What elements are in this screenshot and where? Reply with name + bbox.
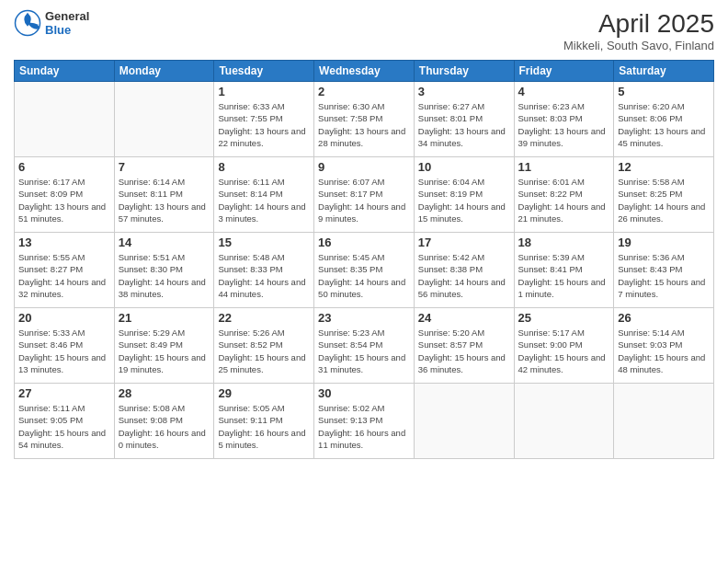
- day-number: 12: [618, 160, 710, 174]
- calendar-cell: 28Sunrise: 5:08 AM Sunset: 9:08 PM Dayli…: [114, 384, 214, 459]
- calendar-cell: [114, 82, 214, 157]
- day-number: 3: [418, 85, 510, 98]
- day-number: 15: [218, 236, 310, 249]
- location: Mikkeli, South Savo, Finland: [563, 39, 714, 52]
- day-info: Sunrise: 5:11 AM Sunset: 9:05 PM Dayligh…: [18, 402, 110, 451]
- day-info: Sunrise: 6:17 AM Sunset: 8:09 PM Dayligh…: [18, 176, 110, 224]
- calendar-cell: 19Sunrise: 5:36 AM Sunset: 8:43 PM Dayli…: [614, 233, 714, 308]
- calendar-cell: 23Sunrise: 5:23 AM Sunset: 8:54 PM Dayli…: [314, 308, 415, 384]
- day-info: Sunrise: 5:08 AM Sunset: 9:08 PM Dayligh…: [119, 402, 210, 451]
- day-header-thursday: Thursday: [414, 61, 514, 82]
- logo: General Blue: [14, 9, 89, 37]
- calendar-table: SundayMondayTuesdayWednesdayThursdayFrid…: [14, 60, 714, 459]
- day-number: 27: [18, 386, 110, 400]
- day-info: Sunrise: 5:02 AM Sunset: 9:13 PM Dayligh…: [318, 402, 410, 451]
- calendar-cell: 6Sunrise: 6:17 AM Sunset: 8:09 PM Daylig…: [15, 157, 115, 233]
- calendar-header-row: SundayMondayTuesdayWednesdayThursdayFrid…: [15, 61, 714, 82]
- day-number: 26: [618, 311, 710, 325]
- day-info: Sunrise: 5:39 AM Sunset: 8:41 PM Dayligh…: [518, 251, 610, 300]
- calendar-cell: 24Sunrise: 5:20 AM Sunset: 8:57 PM Dayli…: [414, 308, 514, 384]
- day-header-wednesday: Wednesday: [314, 61, 415, 82]
- calendar-cell: 8Sunrise: 6:11 AM Sunset: 8:14 PM Daylig…: [214, 157, 314, 233]
- day-number: 8: [218, 160, 310, 174]
- day-number: 9: [318, 160, 410, 174]
- calendar-week-4: 20Sunrise: 5:33 AM Sunset: 8:46 PM Dayli…: [15, 308, 714, 384]
- calendar-cell: 16Sunrise: 5:45 AM Sunset: 8:35 PM Dayli…: [314, 233, 415, 308]
- day-info: Sunrise: 5:45 AM Sunset: 8:35 PM Dayligh…: [318, 251, 410, 300]
- day-header-monday: Monday: [114, 61, 214, 82]
- calendar-week-2: 6Sunrise: 6:17 AM Sunset: 8:09 PM Daylig…: [15, 157, 714, 233]
- day-number: 7: [119, 160, 210, 174]
- calendar-cell: [614, 384, 714, 459]
- day-info: Sunrise: 6:14 AM Sunset: 8:11 PM Dayligh…: [119, 176, 210, 224]
- day-number: 30: [318, 386, 410, 400]
- logo-general: General: [45, 9, 89, 23]
- calendar-cell: 9Sunrise: 6:07 AM Sunset: 8:17 PM Daylig…: [314, 157, 415, 233]
- day-number: 16: [318, 236, 410, 249]
- calendar-cell: 14Sunrise: 5:51 AM Sunset: 8:30 PM Dayli…: [114, 233, 214, 308]
- day-number: 25: [518, 311, 610, 325]
- calendar-cell: [15, 82, 115, 157]
- day-number: 21: [119, 311, 210, 325]
- calendar-cell: 18Sunrise: 5:39 AM Sunset: 8:41 PM Dayli…: [514, 233, 614, 308]
- calendar-cell: [514, 384, 614, 459]
- day-header-saturday: Saturday: [614, 61, 714, 82]
- day-info: Sunrise: 5:36 AM Sunset: 8:43 PM Dayligh…: [618, 251, 710, 300]
- day-info: Sunrise: 5:26 AM Sunset: 8:52 PM Dayligh…: [218, 327, 310, 375]
- day-number: 1: [218, 85, 310, 98]
- day-number: 13: [18, 236, 110, 249]
- day-number: 22: [218, 311, 310, 325]
- calendar-cell: 17Sunrise: 5:42 AM Sunset: 8:38 PM Dayli…: [414, 233, 514, 308]
- logo-text: General Blue: [45, 9, 89, 37]
- day-info: Sunrise: 5:20 AM Sunset: 8:57 PM Dayligh…: [418, 327, 510, 375]
- day-info: Sunrise: 6:07 AM Sunset: 8:17 PM Dayligh…: [318, 176, 410, 224]
- day-info: Sunrise: 6:11 AM Sunset: 8:14 PM Dayligh…: [218, 176, 310, 224]
- day-info: Sunrise: 6:30 AM Sunset: 7:58 PM Dayligh…: [318, 100, 410, 149]
- day-number: 6: [18, 160, 110, 174]
- header: General Blue April 2025 Mikkeli, South S…: [14, 9, 714, 52]
- calendar-cell: 30Sunrise: 5:02 AM Sunset: 9:13 PM Dayli…: [314, 384, 415, 459]
- day-info: Sunrise: 5:05 AM Sunset: 9:11 PM Dayligh…: [218, 402, 310, 451]
- day-number: 2: [318, 85, 410, 98]
- calendar-cell: 5Sunrise: 6:20 AM Sunset: 8:06 PM Daylig…: [614, 82, 714, 157]
- day-number: 14: [119, 236, 210, 249]
- calendar-cell: 21Sunrise: 5:29 AM Sunset: 8:49 PM Dayli…: [114, 308, 214, 384]
- day-number: 11: [518, 160, 610, 174]
- day-info: Sunrise: 5:58 AM Sunset: 8:25 PM Dayligh…: [618, 176, 710, 224]
- day-info: Sunrise: 6:27 AM Sunset: 8:01 PM Dayligh…: [418, 100, 510, 149]
- day-number: 17: [418, 236, 510, 249]
- calendar-cell: 12Sunrise: 5:58 AM Sunset: 8:25 PM Dayli…: [614, 157, 714, 233]
- calendar-cell: 26Sunrise: 5:14 AM Sunset: 9:03 PM Dayli…: [614, 308, 714, 384]
- day-number: 19: [618, 236, 710, 249]
- day-number: 29: [218, 386, 310, 400]
- day-info: Sunrise: 6:04 AM Sunset: 8:19 PM Dayligh…: [418, 176, 510, 224]
- calendar-cell: 13Sunrise: 5:55 AM Sunset: 8:27 PM Dayli…: [15, 233, 115, 308]
- calendar-cell: 1Sunrise: 6:33 AM Sunset: 7:55 PM Daylig…: [214, 82, 314, 157]
- calendar-container: General Blue April 2025 Mikkeli, South S…: [0, 0, 728, 563]
- calendar-cell: 10Sunrise: 6:04 AM Sunset: 8:19 PM Dayli…: [414, 157, 514, 233]
- day-info: Sunrise: 5:23 AM Sunset: 8:54 PM Dayligh…: [318, 327, 410, 375]
- day-header-friday: Friday: [514, 61, 614, 82]
- day-number: 28: [119, 386, 210, 400]
- day-number: 5: [618, 85, 710, 98]
- calendar-cell: 11Sunrise: 6:01 AM Sunset: 8:22 PM Dayli…: [514, 157, 614, 233]
- calendar-cell: 7Sunrise: 6:14 AM Sunset: 8:11 PM Daylig…: [114, 157, 214, 233]
- calendar-cell: 2Sunrise: 6:30 AM Sunset: 7:58 PM Daylig…: [314, 82, 415, 157]
- day-header-tuesday: Tuesday: [214, 61, 314, 82]
- day-info: Sunrise: 5:48 AM Sunset: 8:33 PM Dayligh…: [218, 251, 310, 300]
- day-info: Sunrise: 5:33 AM Sunset: 8:46 PM Dayligh…: [18, 327, 110, 375]
- day-number: 23: [318, 311, 410, 325]
- day-info: Sunrise: 5:55 AM Sunset: 8:27 PM Dayligh…: [18, 251, 110, 300]
- logo-blue: Blue: [45, 23, 89, 37]
- day-number: 10: [418, 160, 510, 174]
- day-info: Sunrise: 5:14 AM Sunset: 9:03 PM Dayligh…: [618, 327, 710, 375]
- day-info: Sunrise: 5:29 AM Sunset: 8:49 PM Dayligh…: [119, 327, 210, 375]
- day-info: Sunrise: 6:01 AM Sunset: 8:22 PM Dayligh…: [518, 176, 610, 224]
- calendar-cell: [414, 384, 514, 459]
- calendar-week-3: 13Sunrise: 5:55 AM Sunset: 8:27 PM Dayli…: [15, 233, 714, 308]
- calendar-cell: 25Sunrise: 5:17 AM Sunset: 9:00 PM Dayli…: [514, 308, 614, 384]
- day-number: 18: [518, 236, 610, 249]
- day-info: Sunrise: 5:51 AM Sunset: 8:30 PM Dayligh…: [119, 251, 210, 300]
- day-number: 20: [18, 311, 110, 325]
- day-info: Sunrise: 5:17 AM Sunset: 9:00 PM Dayligh…: [518, 327, 610, 375]
